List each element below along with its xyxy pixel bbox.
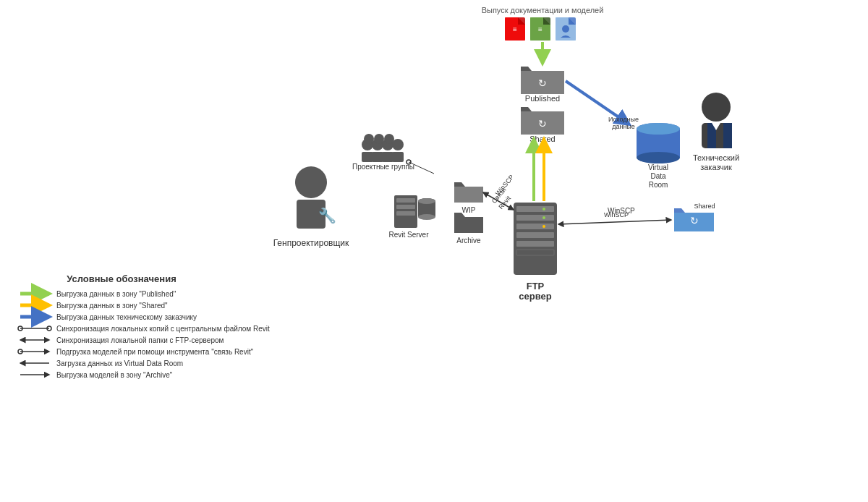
svg-text:Data: Data	[650, 172, 666, 180]
svg-text:≡: ≡	[538, 25, 542, 33]
svg-point-43	[542, 225, 545, 228]
svg-text:↻: ↻	[690, 215, 699, 226]
svg-text:Исходные: Исходные	[608, 116, 639, 123]
svg-rect-78	[382, 152, 393, 162]
svg-point-56	[637, 123, 680, 135]
svg-rect-34	[514, 203, 557, 275]
svg-point-92	[418, 198, 435, 204]
svg-text:Virtual: Virtual	[648, 163, 668, 171]
svg-text:WinSCP: WinSCP	[604, 211, 629, 218]
svg-point-69	[295, 166, 327, 198]
svg-text:Shared: Shared	[694, 203, 715, 210]
svg-rect-35	[516, 206, 554, 212]
svg-rect-37	[516, 224, 554, 229]
svg-text:🔧: 🔧	[318, 207, 336, 224]
svg-text:заказчик: заказчик	[700, 163, 732, 171]
svg-point-41	[542, 208, 545, 210]
svg-text:≡: ≡	[513, 25, 517, 33]
svg-rect-94	[454, 187, 483, 203]
svg-text:↻: ↻	[538, 77, 547, 89]
svg-rect-38	[516, 232, 554, 238]
svg-rect-86	[396, 198, 415, 203]
svg-point-81	[364, 134, 374, 144]
svg-text:Archive: Archive	[456, 237, 481, 244]
svg-text:FTP: FTP	[527, 281, 545, 292]
svg-point-91	[418, 214, 435, 220]
svg-rect-76	[372, 152, 383, 162]
svg-text:Выгрузка данных в зону "Publis: Выгрузка данных в зону "Published"	[56, 290, 176, 298]
svg-rect-80	[392, 152, 404, 162]
svg-rect-36	[516, 215, 554, 221]
svg-text:Проектные группы: Проектные группы	[352, 163, 414, 171]
svg-text:Выгрузка данных в зону "Shared: Выгрузка данных в зону "Shared"	[56, 302, 168, 310]
svg-text:Технический: Технический	[693, 153, 739, 162]
svg-text:Синхронизация локальных копий : Синхронизация локальных копий с централь…	[56, 325, 270, 333]
svg-point-55	[637, 152, 680, 163]
svg-rect-96	[454, 217, 483, 233]
svg-text:WIP: WIP	[462, 206, 476, 214]
svg-rect-39	[516, 241, 554, 247]
svg-text:Published: Published	[525, 94, 560, 103]
legend-title: Условные обозначения	[67, 273, 176, 284]
svg-point-60	[702, 93, 731, 122]
svg-rect-63	[723, 123, 732, 148]
svg-rect-87	[396, 205, 415, 209]
diagram-container: Условные обозначения Выгрузка данных в з…	[0, 0, 868, 502]
svg-text:сервер: сервер	[519, 291, 551, 302]
svg-text:Выгрузка моделей в зону "Archi: Выгрузка моделей в зону "Archive"	[56, 371, 173, 379]
svg-point-42	[542, 216, 545, 219]
release-label: Выпуск документации и моделей	[482, 6, 604, 14]
svg-line-110	[558, 220, 671, 224]
svg-point-32	[562, 25, 569, 33]
svg-text:Синхронизация локальной папки : Синхронизация локальной папки с FTP-серв…	[56, 336, 224, 344]
svg-text:Подгрузка моделей при помощи и: Подгрузка моделей при помощи инструмента…	[56, 348, 254, 356]
svg-point-83	[384, 134, 394, 144]
svg-text:данные: данные	[612, 123, 635, 130]
svg-rect-88	[396, 211, 415, 216]
svg-rect-74	[362, 152, 373, 162]
svg-rect-40	[516, 250, 554, 255]
svg-text:Генпроектировщик: Генпроектировщик	[273, 238, 349, 248]
svg-text:Room: Room	[649, 181, 668, 189]
svg-point-82	[374, 134, 384, 144]
svg-text:↻: ↻	[538, 118, 547, 129]
svg-text:Выгрузка данных техническому з: Выгрузка данных техническому заказчику	[56, 313, 197, 321]
svg-text:Загрузка данных из Virtual Dat: Загрузка данных из Virtual Data Room	[56, 360, 183, 367]
svg-text:Revit Server: Revit Server	[388, 231, 429, 239]
